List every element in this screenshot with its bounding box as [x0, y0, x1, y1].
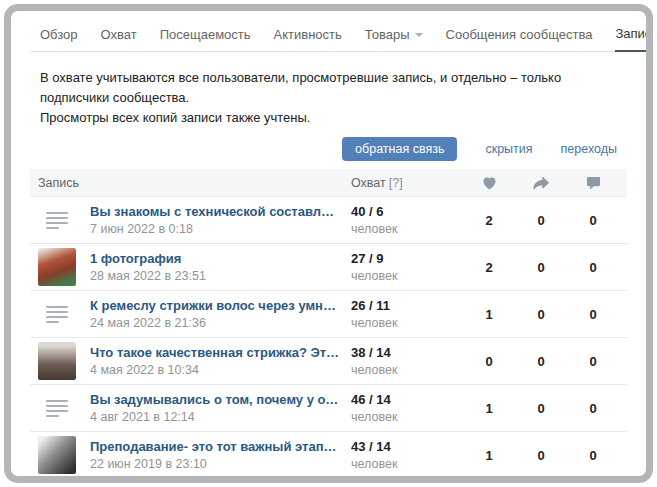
- tab-community-messages[interactable]: Сообщения сообщества: [446, 27, 593, 51]
- post-photo-thumbnail[interactable]: [38, 436, 76, 474]
- likes-count: 1: [463, 448, 515, 463]
- reach-help-link[interactable]: [?]: [389, 176, 403, 190]
- reach-unit: человек: [351, 316, 463, 330]
- text-post-icon[interactable]: [38, 389, 76, 427]
- table-row: Преподавание- это тот важный этап в п...…: [30, 432, 627, 479]
- reach-unit: человек: [351, 363, 463, 377]
- shares-count: 0: [515, 260, 567, 275]
- post-date: 24 мая 2022 в 21:36: [90, 316, 340, 330]
- reach-value: 46 / 14: [351, 392, 463, 407]
- shares-count: 0: [515, 213, 567, 228]
- text-post-icon[interactable]: [38, 295, 76, 333]
- comments-count: 0: [567, 260, 619, 275]
- table-row: 1 фотография 28 мая 2022 в 23:51 27 / 9 …: [30, 244, 627, 291]
- tab-posts[interactable]: Записи: [615, 26, 653, 52]
- post-title-link[interactable]: 1 фотография: [90, 251, 206, 266]
- column-header-post: Запись: [38, 176, 351, 190]
- post-date: 22 июн 2019 в 23:10: [90, 457, 340, 471]
- comments-count: 0: [567, 307, 619, 322]
- tab-visitors[interactable]: Посещаемость: [160, 27, 251, 51]
- reach-header-label: Охват: [351, 176, 386, 190]
- table-row: Вы задумывались о том, почему у одно... …: [30, 385, 627, 432]
- table-row: Что такое качественная стрижка? Это с...…: [30, 338, 627, 385]
- reach-unit: человек: [351, 269, 463, 283]
- comments-count: 0: [567, 448, 619, 463]
- comments-count: 0: [567, 354, 619, 369]
- post-title-link[interactable]: Что такое качественная стрижка? Это с...: [90, 345, 340, 360]
- tab-overview[interactable]: Обзор: [40, 27, 78, 51]
- likes-count: 2: [463, 213, 515, 228]
- posts-table: Запись Охват[?] Вы знакомы с технической…: [30, 169, 627, 483]
- tab-goods[interactable]: Товары: [365, 27, 423, 51]
- comments-count: 0: [567, 401, 619, 416]
- post-photo-thumbnail[interactable]: [38, 248, 76, 286]
- column-header-reach: Охват[?]: [351, 176, 463, 190]
- reach-value: 40 / 6: [351, 204, 463, 219]
- likes-count: 0: [463, 354, 515, 369]
- post-title-link[interactable]: Преподавание- это тот важный этап в п...: [90, 439, 340, 454]
- hides-filter-button[interactable]: скрытия: [485, 142, 532, 156]
- share-icon: [515, 176, 567, 190]
- tab-reach[interactable]: Охват: [101, 27, 137, 51]
- chevron-down-icon: [415, 33, 423, 37]
- post-title-link[interactable]: Вы знакомы с технической составляю...: [90, 204, 340, 219]
- clicks-filter-button[interactable]: переходы: [561, 142, 617, 156]
- post-photo-thumbnail[interactable]: [38, 342, 76, 380]
- stats-window: Обзор Охват Посещаемость Активность Това…: [4, 4, 653, 483]
- reach-unit: человек: [351, 222, 463, 236]
- post-date: 28 мая 2022 в 23:51: [90, 269, 206, 283]
- likes-count: 1: [463, 307, 515, 322]
- reach-description-line2: Просмотры всех копий записи также учтены…: [40, 108, 617, 128]
- shares-count: 0: [515, 401, 567, 416]
- shares-count: 0: [515, 354, 567, 369]
- post-date: 7 июн 2022 в 0:18: [90, 222, 340, 236]
- reach-value: 43 / 14: [351, 439, 463, 454]
- table-row: 1 фотография 6 июн 2019 в 8:52 38 / 13 ч…: [30, 479, 627, 483]
- shares-count: 0: [515, 448, 567, 463]
- stats-tab-bar: Обзор Охват Посещаемость Активность Това…: [30, 11, 627, 52]
- posts-table-header: Запись Охват[?]: [30, 169, 627, 197]
- shares-count: 0: [515, 307, 567, 322]
- table-row: Вы знакомы с технической составляю... 7 …: [30, 197, 627, 244]
- reach-value: 38 / 14: [351, 345, 463, 360]
- filter-buttons: обратная связь скрытия переходы: [40, 137, 617, 161]
- likes-count: 1: [463, 401, 515, 416]
- reach-unit: человек: [351, 457, 463, 471]
- tab-activity[interactable]: Активность: [274, 27, 342, 51]
- post-title-link[interactable]: К ремеслу стрижки волос через умный, ...: [90, 298, 340, 313]
- reach-description: В охвате учитываются все пользователи, п…: [40, 68, 617, 128]
- post-date: 4 мая 2022 в 10:34: [90, 363, 340, 377]
- comments-count: 0: [567, 213, 619, 228]
- feedback-filter-button[interactable]: обратная связь: [342, 137, 457, 161]
- comment-icon: [567, 176, 619, 190]
- reach-description-line1: В охвате учитываются все пользователи, п…: [40, 68, 617, 108]
- heart-icon: [463, 176, 515, 190]
- reach-value: 27 / 9: [351, 251, 463, 266]
- reach-unit: человек: [351, 410, 463, 424]
- likes-count: 2: [463, 260, 515, 275]
- text-post-icon[interactable]: [38, 201, 76, 239]
- table-row: К ремеслу стрижки волос через умный, ...…: [30, 291, 627, 338]
- post-date: 4 авг 2021 в 12:14: [90, 410, 340, 424]
- post-title-link[interactable]: Вы задумывались о том, почему у одно...: [90, 392, 340, 407]
- tab-goods-label: Товары: [365, 27, 410, 42]
- reach-value: 26 / 11: [351, 298, 463, 313]
